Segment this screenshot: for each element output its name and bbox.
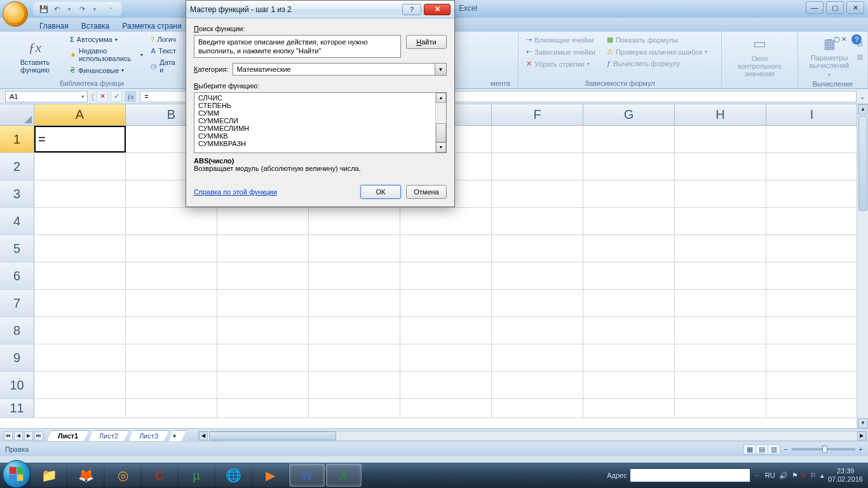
evaluate-button[interactable]: ƒВычислить формулу [604,58,710,69]
tray-clock[interactable]: 23:39 07.02.2016 [828,467,863,484]
row-header[interactable]: 9 [0,344,34,371]
horizontal-scrollbar[interactable]: ◀ ▶ [198,431,867,441]
row-header[interactable]: 8 [0,317,34,344]
cell[interactable] [583,208,675,234]
cell[interactable] [675,153,766,180]
calc-sheet-icon[interactable]: ▥ [855,51,864,62]
tray-chevron-icon[interactable]: ▴ [820,471,824,480]
financial-button[interactable]: ₴Финансовые▾ [67,65,146,76]
sheet-first-icon[interactable]: ⏮ [4,431,13,440]
cell[interactable] [126,344,217,371]
cell[interactable] [675,235,766,262]
normal-view-icon[interactable]: ▦ [743,444,756,454]
new-sheet-button[interactable]: ✦ [168,430,186,442]
list-item[interactable]: СТЕПЕНЬ [197,102,433,109]
col-header[interactable]: A [34,104,126,125]
taskbar-media-icon[interactable]: ▶ [252,464,288,487]
row-header[interactable]: 10 [0,372,34,398]
cell[interactable] [34,399,126,417]
minimize-ribbon-icon[interactable]: — ▢ ✕ [825,36,846,43]
cell[interactable] [34,372,126,398]
row-header[interactable]: 7 [0,290,34,316]
undo-icon[interactable]: ↶ [51,3,62,15]
select-all-corner[interactable] [0,104,34,125]
cell[interactable] [217,317,309,344]
cell[interactable] [766,317,858,344]
list-scroll-down-icon[interactable]: ▼ [436,142,446,152]
cell[interactable] [492,344,583,371]
cell[interactable] [583,290,675,316]
cell[interactable] [400,399,492,417]
fx-button[interactable]: ƒx [125,91,136,102]
tray-speaker-icon[interactable]: 🔊 [779,471,788,480]
cell[interactable] [309,344,400,371]
cell[interactable] [583,399,675,417]
cell[interactable] [766,262,858,289]
scroll-down-icon[interactable]: ▼ [858,418,868,428]
zoom-out-button[interactable]: − [783,445,787,453]
scroll-up-icon[interactable]: ▲ [858,104,868,114]
cell[interactable] [583,126,675,152]
dropdown-icon[interactable]: ▼ [435,64,446,75]
cell[interactable] [675,126,766,152]
list-item[interactable]: СУММЕСЛИ [197,117,433,125]
cancel-formula-button[interactable]: ✕ [97,91,108,102]
cell[interactable] [309,262,400,289]
cell[interactable] [34,153,126,180]
cell[interactable] [309,317,400,344]
autosum-button[interactable]: ΣАвтосумма▾ [67,34,146,44]
cell[interactable] [217,290,309,316]
cell[interactable] [217,208,309,234]
sheet-tab[interactable]: Лист3 [128,430,169,441]
list-item[interactable]: СУММКВ [197,132,433,140]
cell[interactable] [400,208,492,234]
list-item[interactable]: СУММ [197,109,433,117]
enter-formula-button[interactable]: ✓ [111,91,122,102]
cell[interactable] [675,208,766,234]
logical-button[interactable]: ?Логич [148,34,179,44]
cancel-button[interactable]: Отмена [406,185,447,199]
cell[interactable] [583,153,675,180]
qat-divider-icon[interactable]: ⁼ [105,3,117,15]
text-button[interactable]: AТекст [148,46,179,56]
taskbar-ccleaner-icon[interactable]: C [142,464,177,487]
cell[interactable] [309,235,400,262]
cell[interactable] [583,235,675,262]
office-button[interactable] [3,1,28,27]
trace-dependents-button[interactable]: ⇠Зависимые ячейки [524,46,598,57]
cell[interactable] [34,180,126,207]
start-button[interactable] [3,460,31,488]
function-help-link[interactable]: Справка по этой функции [194,188,277,196]
recent-button[interactable]: ★Недавно использовались▾ [67,46,146,64]
scroll-right-icon[interactable]: ▶ [857,431,866,440]
undo-menu-icon[interactable]: ▾ [64,3,75,15]
address-input[interactable] [630,468,750,482]
zoom-in-button[interactable]: + [859,445,863,453]
col-header[interactable]: F [492,104,583,125]
tray-av-icon[interactable]: K [802,471,806,479]
cell[interactable] [400,290,492,316]
sheet-tab[interactable]: Лист1 [47,430,89,441]
taskbar-aimp-icon[interactable]: ◎ [105,464,140,487]
minimize-button[interactable]: — [806,1,824,14]
taskbar-word-icon[interactable]: W [289,464,325,487]
tab-insert[interactable]: Вставка [75,20,116,32]
list-item[interactable]: СЛЧИС [197,94,433,102]
cell[interactable] [217,399,309,417]
name-box[interactable]: A1 [5,91,88,102]
cell[interactable] [34,344,126,371]
trace-precedents-button[interactable]: ⇢Влияющие ячейки [524,34,598,45]
cell[interactable] [766,126,858,152]
cell[interactable] [309,290,400,316]
cell[interactable] [675,262,766,289]
cell[interactable] [583,317,675,344]
category-select[interactable]: Математические ▼ [233,63,447,76]
cell[interactable] [675,317,766,344]
expand-formula-bar-icon[interactable]: ⌄ [857,92,868,101]
col-header[interactable]: G [583,104,675,125]
cell[interactable] [217,262,309,289]
cell[interactable] [492,235,583,262]
dialog-titlebar[interactable]: Мастер функций - шаг 1 из 2 ? ✕ [186,1,454,18]
cell[interactable] [400,235,492,262]
close-button[interactable]: ✕ [846,1,864,14]
